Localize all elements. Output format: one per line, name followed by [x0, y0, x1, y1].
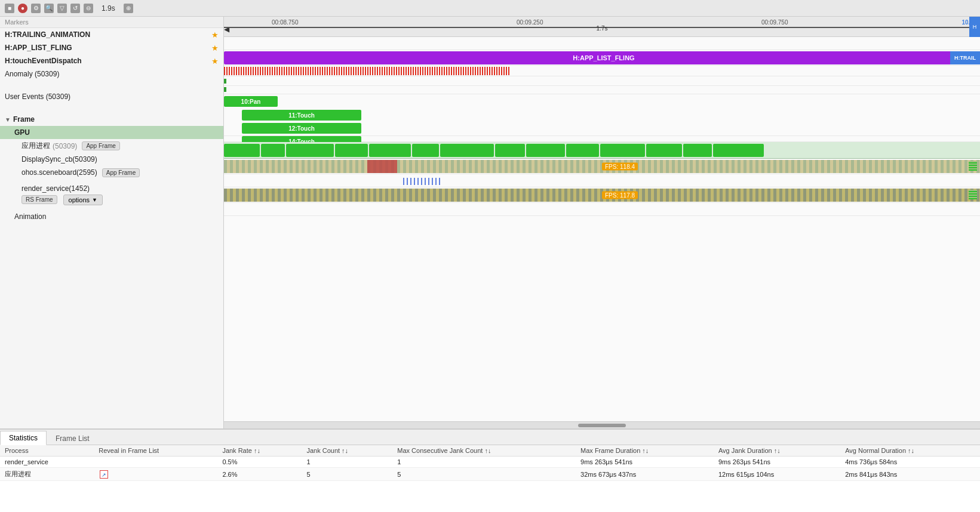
rewind-button[interactable]: ↺ — [70, 4, 80, 13]
time-display: 1.9s — [102, 4, 115, 13]
cell-max-frame-dur-2: 32ms 673μs 437ns — [576, 468, 714, 481]
user-events-label: User Events (50309) — [5, 92, 70, 101]
tab-frame-list[interactable]: Frame List — [47, 431, 99, 445]
app-list-fling-label: H:APP_LIST_FLING — [5, 44, 72, 52]
timeline-scrollbar[interactable] — [224, 421, 980, 428]
col-max-consec[interactable]: Max Consecutive Jank Count ↑↓ — [392, 445, 576, 457]
fps-right-marker1 — [969, 161, 977, 171]
sidebar-item-anomaly[interactable]: Anomaly (50309) — [0, 67, 223, 81]
reveal-icon[interactable]: ↗ — [100, 470, 108, 479]
sidebar-item-gpu[interactable]: GPU — [0, 126, 223, 139]
sidebar-item-app-list-fling[interactable]: H:APP_LIST_FLING ★ — [0, 41, 223, 54]
touch-dispatch-label: H:touchEventDispatch — [5, 57, 82, 65]
timeline[interactable]: ◀ ▶ 1.7s 00:08.750 00:09.250 00:09.750 1… — [224, 17, 980, 428]
frame-label: Frame — [13, 115, 35, 124]
trailing-overflow: H:TRAIL — [950, 51, 980, 64]
spacer1 — [0, 81, 223, 90]
tl-row-touch-ticks[interactable]: (function(){ const container = document.… — [224, 66, 980, 76]
cell-process-1: render_service — [0, 457, 94, 468]
gpu-bars — [224, 144, 980, 157]
sidebar-item-touch-dispatch[interactable]: H:touchEventDispatch ★ — [0, 54, 223, 67]
cell-reveal-2[interactable]: ↗ — [94, 468, 217, 481]
sidebar: Markers H:TRAILING_ANIMATION ★ H:APP_LIS… — [0, 17, 224, 428]
settings-button[interactable]: ⚙ — [31, 4, 41, 13]
main: Markers H:TRAILING_ANIMATION ★ H:APP_LIS… — [0, 17, 980, 512]
duration-label: 1.7s — [597, 25, 608, 32]
col-jank-rate[interactable]: Jank Rate ↑↓ — [217, 445, 302, 457]
app-proc-label: 应用进程 — [21, 141, 50, 151]
time-marker-3: 00:09.750 — [761, 19, 788, 26]
options-button[interactable]: options ▼ — [63, 195, 103, 205]
displaysync-ticks — [403, 178, 523, 185]
anomaly-label: Anomaly (50309) — [5, 70, 59, 78]
right-marker-btn[interactable]: H — [969, 17, 980, 37]
col-avg-jank[interactable]: Avg Jank Duration ↑↓ — [714, 445, 840, 457]
col-max-frame-dur[interactable]: Max Frame Duration ↑↓ — [576, 445, 714, 457]
sidebar-item-user-events[interactable]: User Events (50309) — [0, 90, 223, 103]
sidebar-item-app-proc[interactable]: 应用进程 (50309) App Frame — [0, 139, 223, 153]
col-avg-normal[interactable]: Avg Normal Duration ↑↓ — [840, 445, 980, 457]
search-button[interactable]: 🔍 — [44, 4, 54, 13]
cell-process-2: 应用进程 — [0, 468, 94, 481]
filter-button[interactable]: ▽ — [57, 4, 67, 13]
trailing-animation-star[interactable]: ★ — [211, 30, 219, 39]
anomaly-tick2 — [224, 87, 226, 92]
tl-row-app-proc-frame[interactable]: FPS: 118.4 — [224, 159, 980, 174]
anomaly-tick1 — [224, 79, 226, 84]
stats-table: Process Reveal in Frame List Jank Rate ↑… — [0, 445, 980, 481]
fps-red-block — [367, 160, 397, 173]
timeline-rows: H:APP_LIST_FLING H:TRAIL (function(){ co… — [224, 37, 980, 216]
tl-row-displaysync[interactable] — [224, 174, 980, 187]
tl-row-render-service-frame[interactable]: FPS: 117.8 — [224, 187, 980, 203]
cell-jank-count-2: 5 — [302, 468, 392, 481]
sidebar-item-animation[interactable]: Animation — [0, 210, 223, 223]
col-jank-count[interactable]: Jank Count ↑↓ — [302, 445, 392, 457]
touch-dispatch-star[interactable]: ★ — [211, 57, 219, 66]
sidebar-item-frame[interactable]: ▼ Frame — [0, 113, 223, 126]
table-row[interactable]: 应用进程 ↗ 2.6% 5 5 32ms 673μs 437ns 12ms 61… — [0, 468, 980, 481]
animation-label: Animation — [14, 212, 46, 221]
tl-row-trailing[interactable] — [224, 37, 980, 50]
render-service-label: render_service(1452) — [21, 184, 90, 193]
cell-max-consec-2: 5 — [392, 468, 576, 481]
time-marker-2: 00:09.250 — [517, 19, 543, 26]
table-row[interactable]: render_service 0.5% 1 1 9ms 263μs 541ns … — [0, 457, 980, 468]
tl-row-animation[interactable] — [224, 203, 980, 216]
sidebar-item-displaysync[interactable]: DisplaySync_cb(50309) — [0, 153, 223, 166]
spacer-tl1 — [224, 86, 980, 94]
record-button[interactable]: ● — [18, 4, 27, 13]
sidebar-item-trailing-animation[interactable]: H:TRAILING_ANIMATION ★ — [0, 28, 223, 41]
step-forward-button[interactable]: ⊕ — [124, 4, 133, 13]
tl-row-gpu[interactable] — [224, 142, 980, 159]
trailing-animation-label: H:TRAILING_ANIMATION — [5, 30, 90, 39]
scrollbar-thumb[interactable] — [578, 424, 626, 427]
tl-row-anomaly[interactable] — [224, 76, 980, 86]
app-frame-tag1[interactable]: App Frame — [82, 141, 119, 150]
cell-reveal-1[interactable] — [94, 457, 217, 468]
tl-row-app-list-fling[interactable]: H:APP_LIST_FLING H:TRAIL — [224, 50, 980, 66]
stop-button[interactable]: ■ — [5, 4, 14, 13]
cell-jank-count-1: 1 — [302, 457, 392, 468]
col-process[interactable]: Process — [0, 445, 94, 457]
cell-jank-rate-1: 0.5% — [217, 457, 302, 468]
cell-jank-rate-2: 2.6% — [217, 468, 302, 481]
app-frame-tag2[interactable]: App Frame — [102, 168, 140, 177]
fps-right-marker2 — [969, 190, 977, 199]
frame-expand-arrow: ▼ — [5, 116, 12, 123]
rs-frame-tag[interactable]: RS Frame — [21, 195, 57, 204]
markers-header: Markers — [0, 17, 223, 28]
app-proc-pid: (50309) — [53, 142, 77, 150]
app-list-fling-bar: H:APP_LIST_FLING — [224, 51, 980, 64]
timeline-header: ◀ ▶ 1.7s 00:08.750 00:09.250 00:09.750 1… — [224, 17, 980, 37]
sidebar-item-render-service[interactable]: render_service(1452) RS Frame options ▼ — [0, 179, 223, 210]
cell-avg-jank-1: 9ms 263μs 541ns — [714, 457, 840, 468]
tab-statistics[interactable]: Statistics — [0, 431, 47, 445]
tl-row-user-events[interactable]: 10:Pan 11:Touch 12:Touch 14:Touch — [224, 94, 980, 136]
spacer2 — [0, 103, 223, 113]
cell-avg-jank-2: 12ms 615μs 104ns — [714, 468, 840, 481]
touch11-bar: 11:Touch — [242, 110, 361, 121]
sidebar-item-sceneboard[interactable]: ohos.sceneboard(2595) App Frame — [0, 166, 223, 179]
col-reveal[interactable]: Reveal in Frame List — [94, 445, 217, 457]
app-list-fling-star[interactable]: ★ — [211, 44, 219, 53]
step-back-button[interactable]: ⊖ — [84, 4, 93, 13]
